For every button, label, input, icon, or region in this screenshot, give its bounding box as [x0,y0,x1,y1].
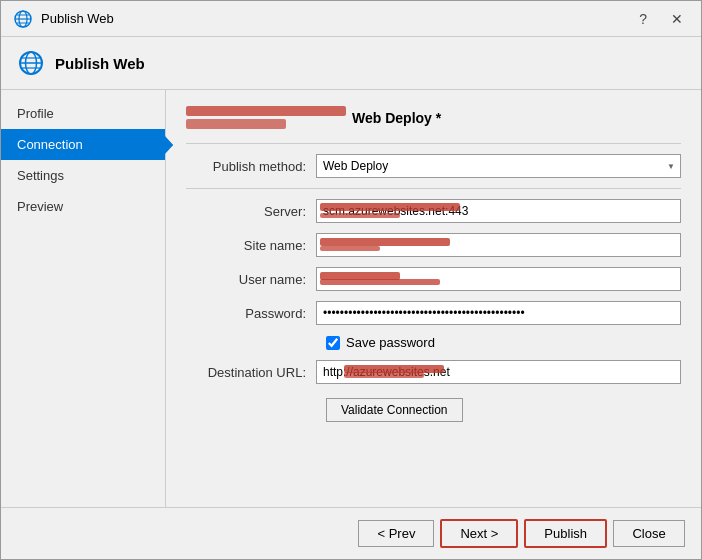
globe-icon [13,9,33,29]
title-bar-controls: ? ✕ [633,9,689,29]
password-label: Password: [186,306,316,321]
server-input[interactable] [316,199,681,223]
user-name-input[interactable] [316,267,681,291]
help-button[interactable]: ? [633,9,653,29]
header-title: Publish Web [55,55,145,72]
content-area: Profile Connection Settings Preview [1,90,701,507]
password-input[interactable] [316,301,681,325]
sidebar-item-settings[interactable]: Settings [1,160,165,191]
section-title: Web Deploy * [352,110,441,126]
active-indicator [165,136,173,154]
publish-method-row: Publish method: Web Deploy FTP File Syst… [186,154,681,178]
site-name-input-wrapper [316,233,681,257]
publish-button[interactable]: Publish [524,519,607,548]
prev-button[interactable]: < Prev [358,520,434,547]
destination-url-input-wrapper [316,360,681,384]
sidebar-item-preview[interactable]: Preview [1,191,165,222]
server-label: Server: [186,204,316,219]
user-name-input-wrapper [316,267,681,291]
destination-url-label: Destination URL: [186,365,316,380]
footer: < Prev Next > Publish Close [1,507,701,559]
destination-url-row: Destination URL: [186,360,681,384]
user-name-label: User name: [186,272,316,287]
publish-method-select[interactable]: Web Deploy FTP File System [316,154,681,178]
publish-web-dialog: Publish Web ? ✕ Publish Web Profile Conn… [0,0,702,560]
main-content: Web Deploy * Publish method: Web Deploy … [166,90,701,507]
save-password-label: Save password [346,335,435,350]
server-row: Server: [186,199,681,223]
next-button[interactable]: Next > [440,519,518,548]
destination-url-input[interactable] [316,360,681,384]
title-bar: Publish Web ? ✕ [1,1,701,37]
save-password-checkbox[interactable] [326,336,340,350]
sidebar: Profile Connection Settings Preview [1,90,166,507]
site-name-row: Site name: [186,233,681,257]
server-input-wrapper [316,199,681,223]
sidebar-item-profile[interactable]: Profile [1,98,165,129]
title-bar-left: Publish Web [13,9,114,29]
dialog-title: Publish Web [41,11,114,26]
header-section: Publish Web [1,37,701,90]
section-title-row: Web Deploy * [186,106,681,129]
publish-method-select-wrapper: Web Deploy FTP File System ▼ [316,154,681,178]
save-password-row: Save password [186,335,681,350]
sidebar-item-connection-wrapper: Connection [1,129,165,160]
publish-method-label: Publish method: [186,159,316,174]
site-name-label: Site name: [186,238,316,253]
user-name-row: User name: [186,267,681,291]
header-globe-icon [17,49,45,77]
window-close-button[interactable]: ✕ [665,9,689,29]
sidebar-item-connection[interactable]: Connection [1,129,165,160]
close-button[interactable]: Close [613,520,685,547]
site-name-input[interactable] [316,233,681,257]
password-row: Password: [186,301,681,325]
validate-connection-button[interactable]: Validate Connection [326,398,463,422]
